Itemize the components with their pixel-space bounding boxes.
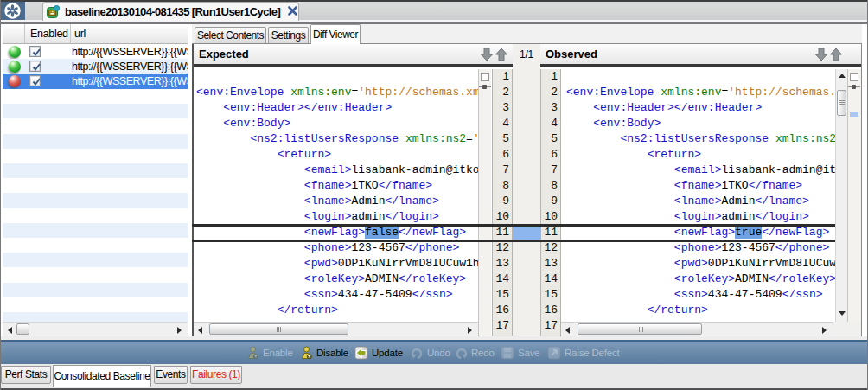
code-line [196,69,478,85]
tab-settings[interactable]: Settings [268,27,309,44]
code-segment: <pwd> [304,257,338,270]
scroll-left-icon[interactable] [198,327,202,334]
toolbar-button-label: Disable [316,348,348,358]
code-segment: <newFlag> [304,226,365,239]
column-header-status[interactable] [3,24,25,43]
expected-code-pane[interactable]: <env:Envelope xmlns:env='http://schemas.… [194,69,478,322]
save-button[interactable]: Save [501,342,539,364]
code-segment [566,132,620,145]
code-segment: <ssn> [674,288,708,301]
next-diff-icon[interactable] [815,48,827,61]
document-tab-title: baseline20130104-081435 [Run1User1Cycle] [65,5,280,18]
line-number: 12 [541,240,560,256]
code-line: <env:Envelope xmlns:env='http://schemas.… [196,85,478,100]
code-segment: <login> [674,210,722,223]
url-cell: http://{{WSSERVER}}:{{WSPORT}}/itko-exam… [72,59,188,74]
code-line: <login>admin</login> [196,209,478,225]
line-number: 5 [541,131,560,147]
code-line: <ns2:listUsersResponse xmlns:ns2='http:/… [566,131,835,147]
prev-diff-icon[interactable] [830,48,842,61]
overview-top-box[interactable] [481,73,489,81]
table-row[interactable]: http://{{WSSERVER}}:{{WSPORT}}/itko-exam… [3,59,188,74]
scroll-left-icon[interactable] [8,327,12,334]
tab-select-contents[interactable]: Select Contents [195,27,266,44]
scroll-right-icon[interactable] [822,327,827,334]
line-number: 10 [493,209,512,225]
tab-diff-viewer[interactable]: Diff Viewer [310,24,361,44]
line-number: 7 [541,163,560,178]
code-segment [769,132,775,145]
expected-overview-strip[interactable] [478,69,491,336]
observed-vertical-scrollbar[interactable] [835,69,847,322]
table-row[interactable]: http://{{WSSERVER}}:{{WSPORT}}/itko-exam… [3,74,188,88]
code-line: <email>lisabank-admin@itko.com</email> [566,163,835,178]
tab-perf-stats[interactable]: Perf Stats [1,366,51,384]
undo-button[interactable]: Undo [411,342,450,364]
disable-button[interactable]: Disable [300,342,348,364]
code-segment: xmlns:ns2 [405,132,466,145]
observed-code-pane[interactable]: <env:Envelope xmlns:env='http://schemas.… [561,69,835,322]
overview-top-box[interactable] [850,73,858,81]
code-segment: </login> [755,210,808,223]
table-row[interactable]: http://{{WSSERVER}}:{{WSPORT}}/itko-exam… [3,44,188,59]
url-cell: http://{{WSSERVER}}:{{WSPORT}}/itko-exam… [72,44,188,59]
scroll-left-icon[interactable] [565,327,570,334]
code-segment [196,288,304,301]
code-segment: <ns2:listUsersResponse [250,132,399,145]
code-segment: = [466,132,473,145]
observed-scrollbar-thumb[interactable] [578,323,702,335]
code-line: <newFlag>true</newFlag> [566,225,835,240]
redo-button[interactable]: Redo [455,342,495,364]
line-number: 2 [493,85,512,100]
table-empty-stripes [3,89,188,322]
observed-overview-strip[interactable] [847,69,861,336]
overview-position-marker[interactable] [848,86,860,87]
diff-location-marker[interactable] [850,112,858,117]
undo-icon [411,347,424,360]
code-segment: admin [721,210,755,223]
code-segment: Admin [721,195,755,208]
column-header-url[interactable]: url [71,24,188,43]
prev-diff-icon[interactable] [495,48,507,61]
update-button[interactable]: Update [354,342,403,364]
document-tab[interactable]: baseline20130104-081435 [Run1User1Cycle] [42,2,299,21]
enable-button[interactable]: Enable [246,342,293,364]
enabled-checkbox[interactable] [29,46,41,57]
table-scrollbar-thumb[interactable] [16,323,29,335]
enabled-checkbox[interactable] [29,61,41,72]
code-segment: <lname> [674,195,722,208]
code-line: <ssn>434-47-5409</ssn> [196,287,478,303]
expected-scrollbar-thumb[interactable] [209,323,348,335]
code-segment [566,101,593,114]
tab-events[interactable]: Events [154,366,188,384]
scroll-right-icon[interactable] [177,327,182,334]
next-diff-icon[interactable] [481,48,493,61]
person-x-icon [300,346,313,360]
enabled-checkbox[interactable] [29,75,41,86]
expected-horizontal-scrollbar[interactable] [194,322,478,336]
tab-failures[interactable]: Failures (1) [190,366,242,384]
close-icon[interactable] [288,5,297,18]
vertical-scrollbar-thumb[interactable] [837,90,846,116]
code-line: <return> [566,147,835,163]
save-icon [501,346,514,360]
code-line: <lname>Admin</lname> [196,194,478,209]
line-number: 6 [541,147,560,163]
scroll-up-icon[interactable] [839,74,846,78]
code-segment: <roleKey> [674,272,735,285]
raise-defect-button[interactable]: Raise Defect [547,342,619,364]
table-horizontal-scrollbar[interactable] [3,322,188,336]
scroll-right-icon[interactable] [468,327,472,334]
code-segment [399,132,405,145]
code-segment: <fname> [304,179,352,192]
column-header-enabled[interactable]: Enabled [25,24,71,43]
code-segment: 434-47-5409 [338,288,412,301]
scroll-down-icon[interactable] [839,311,846,316]
code-segment [566,304,648,316]
overview-position-marker[interactable] [479,86,491,87]
observed-horizontal-scrollbar[interactable] [561,322,833,336]
app-logo[interactable] [0,2,25,20]
tab-consolidated-baseline[interactable]: Consolidated Baseline [53,365,151,388]
line-number: 4 [541,116,560,131]
code-line: </return> [566,303,835,318]
